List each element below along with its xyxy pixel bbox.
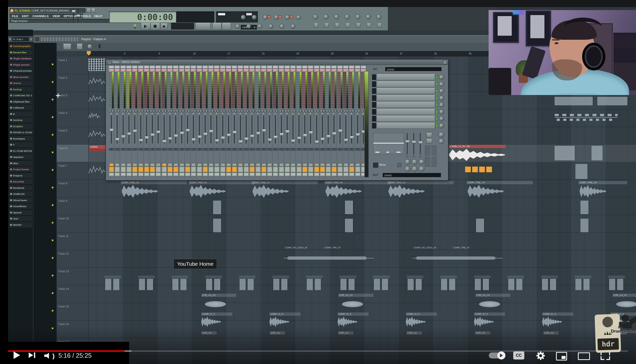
shortcut-knob[interactable] <box>376 14 381 19</box>
strip-switch[interactable] <box>361 148 364 151</box>
strip-fader-thumb[interactable] <box>273 135 278 139</box>
video-frame[interactable]: FL STUDIO COMP_NOT A DREAM_BREAKD.. FILE… <box>8 0 636 364</box>
clip-squig[interactable] <box>89 111 100 120</box>
strip-fader-track[interactable] <box>222 115 223 144</box>
strip-mute-button[interactable] <box>168 167 173 172</box>
strip-knob[interactable] <box>256 110 258 112</box>
strip-fader-thumb[interactable] <box>174 134 178 137</box>
strip-knob[interactable] <box>164 110 167 112</box>
mixer-strip-2[interactable] <box>114 65 120 179</box>
strip-switch[interactable] <box>200 148 202 151</box>
master-volume-slider[interactable] <box>73 8 74 23</box>
strip-mute-button[interactable] <box>308 167 313 172</box>
play-button-fl[interactable] <box>141 23 150 30</box>
strip-knob[interactable] <box>188 110 190 112</box>
clip-dense[interactable] <box>213 219 221 232</box>
strip-knob[interactable] <box>332 110 334 112</box>
clip-pair[interactable] <box>272 276 289 291</box>
fx-slot-body[interactable] <box>377 88 435 94</box>
strip-mute-small[interactable] <box>162 163 167 166</box>
track-led[interactable] <box>52 222 53 223</box>
close-icon[interactable]: ✕ <box>107 60 111 64</box>
mixer-strip-28[interactable] <box>267 65 272 179</box>
fx-slot-body[interactable] <box>377 102 435 108</box>
fx-slot-select-button[interactable] <box>372 74 376 80</box>
strip-knob[interactable] <box>238 110 241 112</box>
clip-orange[interactable] <box>479 166 485 172</box>
strip-fader-thumb[interactable] <box>145 136 149 139</box>
strip-knob[interactable] <box>291 110 293 112</box>
strip-switch[interactable] <box>232 148 234 151</box>
strip-switch[interactable] <box>121 148 123 151</box>
strip-mute-button[interactable] <box>273 167 278 172</box>
browser-item-cameone-sic-shit[interactable]: CAMEONE SIC SHIT <box>9 93 32 98</box>
clip-spikearrow[interactable]: COMP_IC_3 <box>338 312 368 328</box>
browser-item-samples[interactable]: SAMPLES <box>9 191 32 197</box>
strip-mute-small[interactable] <box>150 163 155 166</box>
strip-mute-button[interactable] <box>238 167 243 172</box>
strip-switch[interactable] <box>168 148 170 151</box>
strip-fader-thumb[interactable] <box>326 135 331 138</box>
clip-dots[interactable] <box>89 58 105 71</box>
track-led[interactable] <box>52 64 53 65</box>
strip-switch[interactable] <box>191 148 193 151</box>
transport-knob[interactable] <box>296 15 301 20</box>
strip-fader-thumb[interactable] <box>186 129 190 132</box>
strip-fader-thumb[interactable] <box>232 131 237 134</box>
strip-mute-button[interactable] <box>250 167 255 172</box>
play-button[interactable] <box>12 351 22 360</box>
mixer-strip-14[interactable] <box>185 65 190 179</box>
playlist-tool-icons[interactable] <box>41 37 79 42</box>
strip-mute-small[interactable] <box>291 163 295 166</box>
strip-fader-thumb[interactable] <box>197 135 202 138</box>
eq-knob[interactable] <box>412 166 417 172</box>
fx-slot-mix-knob[interactable] <box>439 116 444 121</box>
strip-fader-thumb[interactable] <box>203 132 208 135</box>
fx-slot-8[interactable] <box>372 123 444 129</box>
strip-mute-button[interactable] <box>156 167 161 172</box>
strip-fader-track[interactable] <box>123 115 124 144</box>
strip-knob[interactable] <box>287 110 290 112</box>
strip-fader-track[interactable] <box>205 115 206 144</box>
strip-switch[interactable] <box>273 148 275 151</box>
track-led[interactable] <box>52 240 53 241</box>
fx-slot-body[interactable] <box>377 123 435 129</box>
strip-knob[interactable] <box>147 110 149 112</box>
mixer-strip-30[interactable] <box>279 65 284 179</box>
strip-fader-track[interactable] <box>199 115 200 144</box>
clip-lens[interactable]: COR_AU_V2 <box>338 294 373 310</box>
strip-switch[interactable] <box>343 148 346 151</box>
clip-pair[interactable] <box>608 276 625 291</box>
playlist-detach-button[interactable] <box>35 37 39 41</box>
browser-item-f[interactable]: F <box>9 142 32 147</box>
track-led[interactable] <box>52 187 53 188</box>
mixer-strip-3[interactable] <box>120 65 126 179</box>
strip-mute-button[interactable] <box>343 167 348 172</box>
strip-switch[interactable] <box>264 148 266 151</box>
strip-switch[interactable] <box>188 148 190 151</box>
strip-mute-small[interactable] <box>355 163 360 166</box>
strip-switch[interactable] <box>252 148 255 151</box>
fx-slot-enable-led[interactable] <box>435 103 438 107</box>
shortcut-knob[interactable] <box>345 14 350 19</box>
strip-knob[interactable] <box>185 110 188 112</box>
mixer-strip-41[interactable] <box>343 65 349 179</box>
strip-knob[interactable] <box>250 110 252 112</box>
strip-knob[interactable] <box>267 110 270 112</box>
strip-mute-button[interactable] <box>150 167 155 172</box>
strip-switch[interactable] <box>205 148 208 151</box>
eq-slider-track[interactable] <box>413 133 414 155</box>
strip-fader-thumb[interactable] <box>244 137 249 140</box>
clip-lens[interactable]: COR_AU_V2 <box>475 294 510 310</box>
strip-knob[interactable] <box>144 110 147 112</box>
strip-knob[interactable] <box>308 110 311 112</box>
strip-fader-track[interactable] <box>175 115 176 144</box>
strip-knob[interactable] <box>138 110 141 112</box>
browser-menu-button[interactable] <box>29 38 32 41</box>
mixer-strip-37[interactable] <box>320 65 325 179</box>
clip-pair[interactable] <box>507 276 524 291</box>
strip-mute-small[interactable] <box>232 163 237 166</box>
strip-knob[interactable] <box>246 110 249 112</box>
strip-mute-small[interactable] <box>308 163 313 166</box>
transport-knob[interactable] <box>257 24 262 29</box>
